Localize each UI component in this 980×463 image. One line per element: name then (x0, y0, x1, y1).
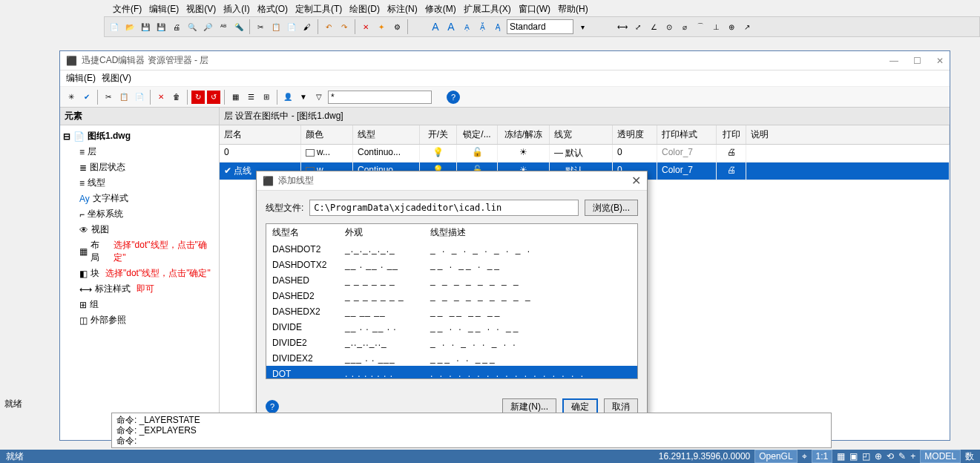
tree-xref[interactable]: ◫外部参照 (63, 312, 216, 328)
menu-window[interactable]: 窗口(W) (516, 1, 553, 13)
settings-icon[interactable]: ⚙ (390, 20, 404, 33)
dim-ord-icon[interactable]: ⊥ (709, 20, 723, 33)
filter-input[interactable] (328, 91, 432, 104)
open-icon[interactable]: 📂 (123, 20, 137, 33)
linetype-item[interactable]: DASHED_ _ _ _ _ __ _ _ _ _ _ _ _ (266, 272, 637, 288)
refresh-icon[interactable]: ↻ (191, 91, 205, 104)
menu-file[interactable]: 文件(F) (110, 1, 145, 13)
filter-icon[interactable]: ▼ (297, 91, 310, 104)
menu-modify[interactable]: 修改(M) (422, 1, 459, 13)
print-icon[interactable]: 🖨 (727, 147, 736, 157)
dim-leader-icon[interactable]: ↗ (740, 20, 754, 33)
linetype-item[interactable]: DIVIDEX2___ . . ______ . . ___ (266, 350, 637, 366)
linetype-item[interactable]: DIVIDE2_.._.._..__ . . _ . . _ . . (266, 335, 637, 350)
compass-icon[interactable]: ⌖ (802, 451, 807, 462)
lock-icon[interactable]: 🔓 (472, 147, 483, 157)
linetype-file-input[interactable] (309, 200, 579, 216)
explorer-menu-view[interactable]: 视图(V) (102, 72, 131, 85)
text-a-icon[interactable]: A (429, 20, 442, 33)
sun-icon[interactable]: ☀ (519, 147, 527, 157)
purge-icon[interactable]: 🗑 (170, 91, 183, 104)
tree-textstyles[interactable]: Ay文字样式 (63, 191, 216, 206)
dim-center-icon[interactable]: ⊕ (725, 20, 738, 33)
linetype-item[interactable]: DASHED2_ _ _ _ _ _ __ _ _ _ _ _ _ _ _ (266, 288, 637, 303)
redo-icon[interactable]: ↷ (338, 20, 351, 33)
menu-ext[interactable]: 扩展工具(X) (461, 1, 514, 13)
undo-icon[interactable]: ↶ (322, 20, 335, 33)
dim-arc-icon[interactable]: ⌒ (694, 20, 707, 33)
linetype-item[interactable]: DASHDOT2_._._._._.__ . _ . _ . _ . _ . (266, 241, 637, 257)
layer-row[interactable]: 0 w... Continuo... 💡 🔓 ☀ — 默认 0 Color_7 … (220, 145, 950, 162)
col-plot[interactable]: 打印 (717, 125, 746, 144)
tree-blocks[interactable]: ◧块选择"dot"线型，点击"确定" (63, 266, 216, 281)
browse-button[interactable]: 浏览(B)... (585, 200, 638, 216)
menu-edit[interactable]: 编辑(E) (146, 1, 182, 13)
spellcheck-icon[interactable]: ᴬᴮ (217, 20, 230, 33)
status-model[interactable]: MODEL (920, 450, 961, 463)
dim-diameter-icon[interactable]: ⌀ (678, 20, 691, 33)
dim-radius-icon[interactable]: ⊙ (662, 20, 676, 33)
print-icon[interactable]: 🖨 (727, 165, 736, 175)
text-edit-icon[interactable]: Ą (491, 20, 504, 33)
delete-icon[interactable]: ✕ (154, 91, 168, 104)
col-onoff[interactable]: 开/关 (420, 125, 457, 144)
status-render[interactable]: OpenGL (754, 450, 797, 463)
menu-view[interactable]: 视图(V) (183, 1, 219, 13)
cut-icon[interactable]: ✂ (254, 20, 267, 33)
col-desc[interactable]: 说明 (746, 125, 950, 144)
tree-root[interactable]: ⊟📄图纸1.dwg (63, 128, 216, 144)
dim-angular-icon[interactable]: ∠ (647, 20, 660, 33)
help-icon[interactable]: ? (266, 400, 279, 413)
saveall-icon[interactable]: 💾 (154, 20, 168, 33)
menu-insert[interactable]: 插入(I) (220, 1, 252, 13)
minimize-icon[interactable]: — (889, 56, 898, 66)
tree-linetypes[interactable]: ≡线型 (63, 175, 216, 191)
delete-icon[interactable]: ✕ (359, 20, 372, 33)
copy-icon[interactable]: 📋 (269, 20, 283, 33)
dim-linear-icon[interactable]: ⟷ (616, 20, 629, 33)
col-lw[interactable]: 线宽 (550, 125, 613, 144)
dim-aligned-icon[interactable]: ⤢ (631, 20, 645, 33)
menu-annotate[interactable]: 标注(N) (384, 1, 421, 13)
menu-format[interactable]: 格式(O) (254, 1, 291, 13)
matchprop-icon[interactable]: 🖌 (300, 20, 314, 33)
sb-icon[interactable]: ◰ (862, 451, 870, 462)
print-icon[interactable]: 🖨 (170, 20, 183, 33)
copy-icon[interactable]: 📋 (117, 91, 131, 104)
maximize-icon[interactable]: ☐ (913, 56, 921, 66)
preview-icon[interactable]: 🔍 (185, 20, 199, 33)
command-line[interactable]: 命令: _LAYERSTATE 命令: _EXPLAYERS 命令: (111, 413, 832, 448)
col-trans[interactable]: 透明度 (613, 125, 657, 144)
text-find-icon[interactable]: Ặ (476, 20, 489, 33)
linetype-list[interactable]: 线型名 外观 线型描述 DASHDOT2_._._._._.__ . _ . _… (266, 223, 638, 379)
linetype-item[interactable]: DASHEDX2__ __ ____ __ __ __ (266, 303, 637, 319)
tree-layouts[interactable]: ▦布局选择"dot"线型，点击"确定" (63, 237, 216, 266)
col-freeze[interactable]: 冻结/解冻 (498, 125, 550, 144)
dropdown-icon[interactable]: ▾ (576, 20, 589, 33)
menu-help[interactable]: 帮助(H) (555, 1, 591, 13)
tree-layerstates[interactable]: ≣图层状态 (63, 160, 216, 175)
close-icon[interactable]: ✕ (936, 56, 944, 66)
sb-icon[interactable]: + (910, 451, 915, 462)
grid-icon[interactable]: ▦ (228, 91, 242, 104)
sb-icon[interactable]: ⟲ (887, 451, 894, 462)
menu-draw[interactable]: 绘图(D) (346, 1, 383, 13)
text-style-select[interactable] (507, 19, 573, 34)
filter2-icon[interactable]: ▽ (312, 91, 326, 104)
col-pstyle[interactable]: 打印样式 (657, 125, 717, 144)
new-layer-icon[interactable]: ✳ (65, 91, 78, 104)
tree-views[interactable]: 👁视图 (63, 222, 216, 237)
list-icon[interactable]: ☰ (244, 91, 257, 104)
bulb-icon[interactable]: 💡 (433, 147, 444, 157)
search-icon[interactable]: 🔎 (201, 20, 214, 33)
explorer-menu-edit[interactable]: 编辑(E) (66, 72, 96, 85)
person-icon[interactable]: 👤 (281, 91, 295, 104)
tree-coord[interactable]: ⌐坐标系统 (63, 206, 216, 222)
tree-dimstyles[interactable]: ⟷标注样式即可 (63, 281, 216, 297)
col-color[interactable]: 颜色 (301, 125, 353, 144)
tree-groups[interactable]: ⊞组 (63, 297, 216, 312)
close-icon[interactable]: ✕ (631, 174, 641, 188)
linetype-item[interactable]: DIVIDE__ . . __ . .__ . . __ . . __ (266, 319, 637, 335)
tree-icon[interactable]: ⊞ (260, 91, 273, 104)
status-scale[interactable]: 1:1 (812, 450, 833, 463)
